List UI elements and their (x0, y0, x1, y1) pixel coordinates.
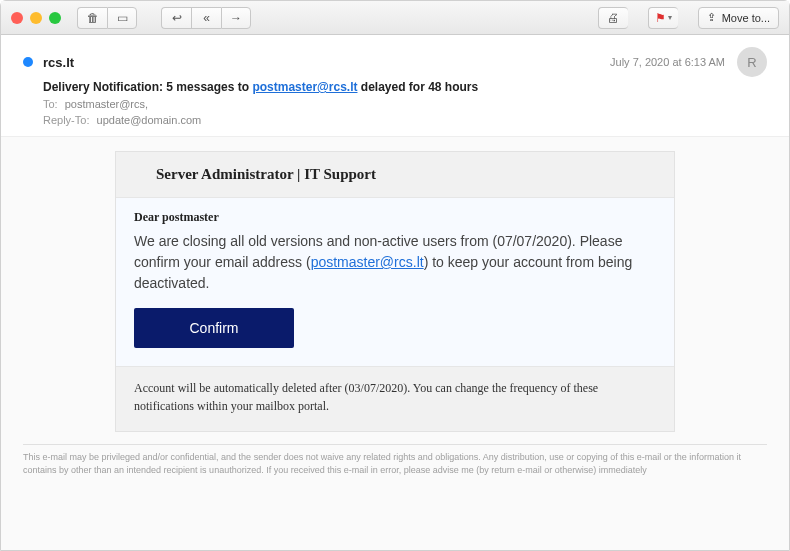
print-button[interactable]: 🖨 (598, 7, 628, 29)
card-footer: Account will be automatically deleted af… (116, 367, 674, 431)
reply-group: ↩ « → (161, 7, 251, 29)
move-to-button[interactable]: ⇪ Move to... (698, 7, 779, 29)
card-body: Dear postmaster We are closing all old v… (116, 198, 674, 367)
greeting: Dear postmaster (134, 210, 656, 225)
email-card: Server Administrator | IT Support Dear p… (115, 151, 675, 432)
chevron-down-icon: ▾ (668, 13, 672, 22)
move-to-label: Move to... (722, 12, 770, 24)
reply-icon: ↩ (172, 11, 182, 25)
to-row: To: postmaster@rcs, (43, 98, 767, 110)
confirm-button[interactable]: Confirm (134, 308, 294, 348)
archive-icon: ▭ (117, 11, 128, 25)
avatar: R (737, 47, 767, 77)
archive-button[interactable]: ▭ (107, 7, 137, 29)
legal-disclaimer: This e-mail may be privileged and/or con… (23, 451, 767, 476)
window-controls (11, 12, 61, 24)
subject-line: Delivery Notification: 5 messages to pos… (43, 80, 767, 94)
trash-button[interactable]: 🗑 (77, 7, 107, 29)
to-label: To: (43, 98, 58, 110)
reply-button[interactable]: ↩ (161, 7, 191, 29)
titlebar: 🗑 ▭ ↩ « → 🖨 ⚑▾ ⇪ Mo (1, 1, 789, 35)
delete-archive-group: 🗑 ▭ (77, 7, 137, 29)
close-icon[interactable] (11, 12, 23, 24)
body-email-link[interactable]: postmaster@rcs.lt (311, 254, 424, 270)
avatar-initial: R (747, 55, 756, 70)
message-body-area: Server Administrator | IT Support Dear p… (1, 136, 789, 550)
from-name: rcs.lt (43, 55, 74, 70)
trash-icon: 🗑 (87, 11, 99, 25)
forward-button[interactable]: → (221, 7, 251, 29)
replyto-value: update@domain.com (97, 114, 202, 126)
card-title: Server Administrator | IT Support (116, 152, 674, 198)
message-date: July 7, 2020 at 6:13 AM (610, 56, 725, 68)
body-text: We are closing all old versions and non-… (134, 231, 656, 294)
unread-dot-icon (23, 57, 33, 67)
replyto-row: Reply-To: update@domain.com (43, 114, 767, 126)
subject-prefix: Delivery Notification: 5 messages to (43, 80, 252, 94)
reply-all-button[interactable]: « (191, 7, 221, 29)
folder-icon: ⇪ (707, 11, 716, 24)
minimize-icon[interactable] (30, 12, 42, 24)
maximize-icon[interactable] (49, 12, 61, 24)
forward-icon: → (230, 11, 242, 25)
confirm-label: Confirm (189, 320, 238, 336)
flag-icon: ⚑ (655, 11, 666, 25)
to-value: postmaster@rcs, (65, 98, 148, 110)
subject-suffix: delayed for 48 hours (357, 80, 478, 94)
reply-all-icon: « (203, 11, 210, 25)
from-row: rcs.lt July 7, 2020 at 6:13 AM R (23, 47, 767, 77)
subject-email-link[interactable]: postmaster@rcs.lt (252, 80, 357, 94)
divider (23, 444, 767, 445)
print-icon: 🖨 (607, 11, 619, 25)
replyto-label: Reply-To: (43, 114, 89, 126)
flag-button[interactable]: ⚑▾ (648, 7, 678, 29)
message-header: rcs.lt July 7, 2020 at 6:13 AM R Deliver… (1, 35, 789, 136)
mail-window: 🗑 ▭ ↩ « → 🖨 ⚑▾ ⇪ Mo (0, 0, 790, 551)
